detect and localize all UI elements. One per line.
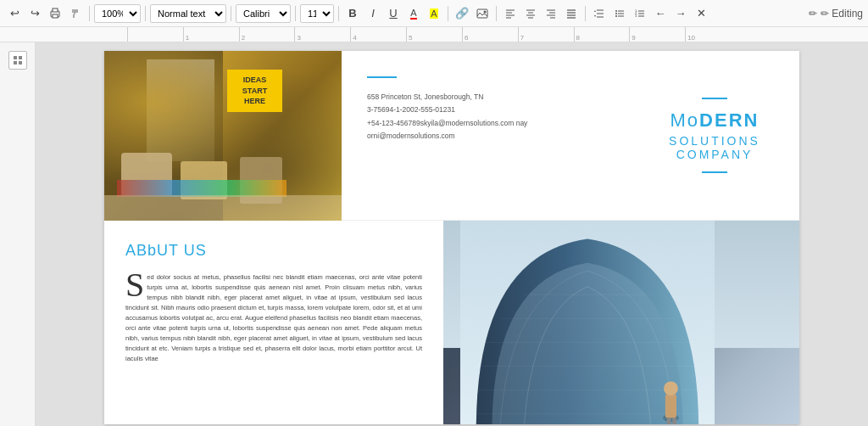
svg-point-26 — [615, 13, 617, 14]
divider-2 — [145, 6, 146, 21]
align-right-button[interactable] — [542, 4, 560, 23]
svg-point-50 — [664, 381, 678, 395]
drop-cap: S — [125, 272, 144, 298]
company-name-line1: MoDERN — [670, 109, 760, 132]
company-bottom-line — [702, 171, 727, 173]
contact-info: 658 Princeton St, Jonesborough, TN 3-756… — [367, 91, 613, 143]
contact-section: 658 Princeton St, Jonesborough, TN 3-756… — [342, 51, 630, 220]
page-top-section: IDEAS START HERE 658 Princeton St, Jones… — [104, 51, 799, 221]
ruler-tick: 3 — [294, 27, 350, 42]
ruler-tick: 8 — [574, 27, 630, 42]
numbered-list-button[interactable]: 1. 2. 3. — [631, 4, 649, 23]
contact-line-decoration — [367, 76, 397, 78]
svg-point-27 — [615, 15, 617, 17]
building-image — [443, 221, 799, 424]
svg-rect-52 — [672, 418, 676, 425]
svg-rect-38 — [19, 56, 22, 59]
ruler-tick — [127, 27, 183, 42]
building-svg — [460, 221, 715, 424]
about-title: ABbUT US — [125, 242, 422, 260]
ruler-tick: 9 — [629, 27, 685, 42]
italic-button[interactable]: I — [364, 4, 382, 23]
bullet-list-button[interactable] — [610, 4, 629, 23]
paint-format-button[interactable] — [66, 4, 85, 23]
svg-text:3.: 3. — [635, 14, 637, 18]
align-justify-button[interactable] — [562, 4, 581, 23]
underline-button[interactable]: U — [384, 4, 403, 23]
ruler: 1 2 3 4 5 6 7 8 9 10 — [0, 27, 868, 42]
redo-button[interactable]: ↪ — [25, 4, 44, 23]
undo-button[interactable]: ↩ — [5, 4, 24, 23]
svg-rect-3 — [73, 14, 75, 18]
ideas-sign: IDEAS START HERE — [227, 70, 282, 112]
svg-rect-40 — [19, 61, 22, 64]
body-text: S ed dolor socius at metus, phasellus fa… — [125, 272, 422, 364]
svg-rect-2 — [53, 14, 58, 18]
divider-3 — [231, 6, 231, 21]
address-line: 658 Princeton St, Jonesborough, TN — [367, 91, 613, 104]
ruler-tick: 2 — [239, 27, 295, 42]
font-color-button[interactable]: A — [404, 4, 423, 23]
clear-format-button[interactable]: ✕ — [692, 4, 710, 23]
font-select[interactable]: Calibri — [236, 4, 291, 23]
company-name-line2: SOLUTIONS — [669, 134, 760, 148]
divider-5 — [338, 6, 339, 21]
svg-rect-49 — [665, 394, 676, 418]
ruler-tick: 6 — [462, 27, 518, 42]
page-bottom-section: ABbUT US S ed dolor socius at metus, pha… — [104, 221, 799, 424]
company-top-line — [702, 98, 727, 99]
divider-1 — [89, 6, 90, 21]
link-button[interactable]: 🔗 — [453, 4, 471, 23]
page: IDEAS START HERE 658 Princeton St, Jones… — [104, 51, 799, 424]
zoom-select[interactable]: 100% — [94, 4, 141, 23]
editing-badge: ✏ ✏ Editing — [809, 8, 863, 20]
divider-6 — [448, 6, 448, 21]
svg-point-5 — [484, 10, 487, 13]
ruler-tick: 7 — [518, 27, 574, 42]
style-select[interactable]: Normal text — [150, 4, 226, 23]
highlight-button[interactable]: A — [425, 4, 443, 23]
ruler-tick: 5 — [406, 27, 462, 42]
phone2-line: +54-123-456789skyila@modernsolutions.com… — [367, 117, 613, 130]
align-center-button[interactable] — [521, 4, 540, 23]
image-button[interactable] — [473, 4, 492, 23]
pencil-icon: ✏ — [809, 8, 817, 20]
decrease-indent-button[interactable]: ← — [651, 4, 670, 23]
sidebar — [0, 42, 36, 426]
svg-rect-51 — [667, 418, 671, 425]
editing-label: ✏ Editing — [821, 8, 863, 20]
increase-indent-button[interactable]: → — [671, 4, 690, 23]
font-size-select[interactable]: 11 — [300, 4, 334, 23]
company-name-line3: COMPANY — [676, 148, 754, 161]
main-area: IDEAS START HERE 658 Princeton St, Jones… — [0, 42, 868, 426]
bold-button[interactable]: B — [343, 4, 362, 23]
line-spacing-button[interactable] — [590, 4, 609, 23]
sidebar-icon[interactable] — [8, 51, 27, 70]
ruler-tick: 4 — [350, 27, 406, 42]
divider-7 — [496, 6, 497, 21]
about-text-section: ABbUT US S ed dolor socius at metus, pha… — [104, 221, 443, 424]
rug — [117, 180, 287, 197]
print-button[interactable] — [46, 4, 64, 23]
align-left-button[interactable] — [501, 4, 520, 23]
email-line: orni@modernsolutions.com — [367, 130, 613, 143]
phone1-line: 3-75694-1-2002-555-01231 — [367, 104, 613, 116]
document-area[interactable]: IDEAS START HERE 658 Princeton St, Jones… — [36, 42, 868, 426]
svg-rect-1 — [53, 8, 58, 12]
ruler-tick: 10 — [685, 27, 741, 42]
svg-rect-37 — [14, 56, 17, 59]
svg-point-25 — [615, 10, 617, 12]
company-name-section: MoDERN SOLUTIONS COMPANY — [630, 51, 799, 220]
office-image: IDEAS START HERE — [104, 51, 342, 221]
ruler-tick: 1 — [183, 27, 239, 42]
divider-8 — [585, 6, 586, 21]
svg-rect-39 — [14, 61, 17, 64]
toolbar: ↩ ↪ 100% Normal text Calibri 11 B I U A … — [0, 0, 868, 27]
floor — [104, 195, 342, 221]
divider-4 — [295, 6, 296, 21]
